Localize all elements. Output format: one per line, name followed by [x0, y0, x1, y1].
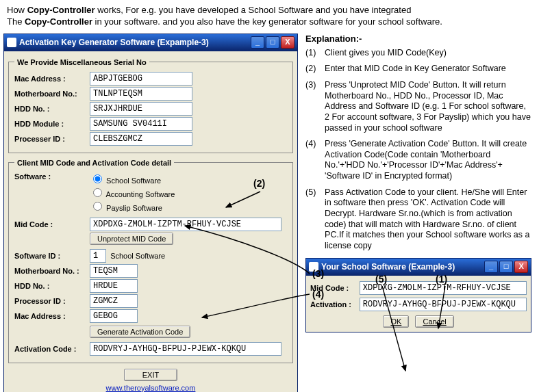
explanation-list: (1)Client gives you MID Code(Key)(2)Ente…	[305, 48, 531, 252]
explanation-text: Pass Activation Code to your client. He/…	[325, 187, 531, 252]
serial-group-legend: We Provide Miscellaneous Serial No	[14, 58, 149, 66]
maximize-button[interactable]: □	[266, 36, 279, 49]
hdd2-field[interactable]	[90, 279, 138, 293]
serial-group: We Provide Miscellaneous Serial No Mac A…	[8, 58, 293, 153]
swid-name: School Software	[110, 252, 165, 260]
mac2-label: Mac Address :	[14, 312, 90, 320]
close-button[interactable]: X	[281, 36, 294, 49]
explanation-text: Press 'Generate Activation Code' Button.…	[325, 139, 531, 182]
swid-field[interactable]	[90, 249, 106, 263]
generate-button[interactable]: Generate Activation Code	[90, 326, 190, 338]
maximize-button[interactable]: □	[499, 261, 513, 273]
hdd-label: HDD No. :	[14, 105, 90, 113]
exit-button[interactable]: EXIT	[124, 369, 177, 381]
radio-accounting[interactable]: Accounting Software	[90, 186, 175, 198]
explanation-text: Press 'Unprotect MID Code' Button. It wi…	[325, 80, 531, 133]
proc-label: Processer ID :	[14, 135, 90, 143]
hddmod-field[interactable]	[90, 117, 192, 131]
client-group: Client MID Code and Activation Code deta…	[8, 159, 293, 363]
generator-titlebar[interactable]: Activation Key Generator Software (Expam…	[4, 34, 297, 51]
explanation-number: (3)	[305, 80, 325, 133]
explanation-number: (4)	[305, 139, 325, 182]
midcode-field[interactable]	[90, 218, 281, 231]
explanation-heading: Explanation:-	[305, 34, 531, 44]
school-act-label: Activation :	[310, 300, 360, 309]
proc2-label: Processor ID :	[14, 297, 90, 305]
explanation-number: (1)	[305, 48, 325, 59]
ok-button[interactable]: OK	[383, 315, 409, 328]
minimize-button[interactable]: _	[484, 261, 498, 273]
intro-text: How Copy-Controller works, For e.g. you …	[3, 3, 536, 34]
hdd-field[interactable]	[90, 102, 192, 116]
mac-field[interactable]	[90, 72, 192, 86]
explanation-item: (4)Press 'Generate Activation Code' Butt…	[305, 139, 531, 182]
explanation-text: Client gives you MID Code(Key)	[325, 48, 531, 59]
window-title: Activation Key Generator Software (Expam…	[19, 38, 209, 47]
generator-window: Activation Key Generator Software (Expam…	[3, 34, 298, 392]
school-act-field[interactable]	[360, 298, 527, 311]
school-window: Your School Software (Example-3) _ □ X M…	[305, 258, 531, 332]
app-icon	[7, 38, 16, 47]
software-label: Software :	[14, 172, 90, 181]
app-icon	[309, 262, 318, 272]
proc-field[interactable]	[90, 132, 192, 146]
activation-label: Activation Code :	[14, 345, 90, 353]
proc2-field[interactable]	[90, 294, 138, 308]
explanation-item: (5)Pass Activation Code to your client. …	[305, 187, 531, 252]
explanation-number: (2)	[305, 64, 325, 75]
website-link[interactable]: www.theroyalsoftware.com	[106, 384, 196, 392]
midcode-label: Mid Code :	[14, 220, 90, 228]
mobo-field[interactable]	[90, 87, 192, 101]
explanation-item: (3)Press 'Unprotect MID Code' Button. It…	[305, 80, 531, 133]
mobo2-label: Motherboard No. :	[14, 267, 90, 275]
window-title: Your School Software (Example-3)	[321, 262, 455, 272]
school-mid-field[interactable]	[360, 281, 527, 295]
cancel-button[interactable]: Cancel	[415, 315, 453, 328]
school-titlebar[interactable]: Your School Software (Example-3) _ □ X	[306, 259, 531, 276]
radio-payslip[interactable]: Payslip Software	[90, 200, 175, 212]
minimize-button[interactable]: _	[251, 36, 264, 49]
mac-label: Mac Address :	[14, 75, 90, 83]
explanation-item: (1)Client gives you MID Code(Key)	[305, 48, 531, 59]
mobo-label: Motherboard No.:	[14, 90, 90, 98]
explanation-text: Enter that MID Code in Key Generator Sof…	[325, 64, 531, 75]
close-button[interactable]: X	[514, 261, 528, 273]
client-group-legend: Client MID Code and Activation Code deta…	[14, 159, 174, 167]
explanation-number: (5)	[305, 187, 325, 252]
activation-field[interactable]	[90, 342, 281, 356]
unprotect-button[interactable]: Unprotect MID Code	[90, 233, 173, 245]
mobo2-field[interactable]	[90, 264, 138, 278]
radio-school[interactable]: School Software	[90, 172, 175, 185]
explanation-item: (2)Enter that MID Code in Key Generator …	[305, 64, 531, 75]
swid-label: Software ID :	[14, 252, 90, 260]
hddmod-label: HDD Module :	[14, 120, 90, 128]
school-mid-label: Mid Code :	[310, 284, 360, 292]
mac2-field[interactable]	[90, 309, 138, 323]
hdd2-label: HDD No. :	[14, 282, 90, 290]
